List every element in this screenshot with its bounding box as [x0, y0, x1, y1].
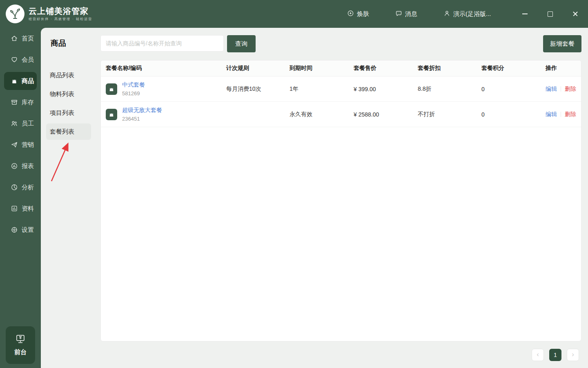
front-desk-button[interactable]: 前台	[6, 326, 35, 364]
main-content: 商品 查询 新增套餐 商品列表 物料列表 项目列表 套餐列表 套餐名称/编码 计…	[41, 28, 588, 368]
sidebar-item-reports[interactable]: 报表	[0, 155, 41, 177]
col-header-expiry: 到期时间	[290, 65, 354, 72]
heart-icon	[11, 56, 18, 63]
col-header-name-code: 套餐名称/编码	[106, 65, 226, 72]
settings-icon	[11, 226, 18, 233]
action-divider	[561, 86, 561, 92]
account-label: 演示(足浴版...	[453, 10, 491, 18]
home-icon	[11, 35, 18, 42]
package-bag-icon	[106, 109, 117, 120]
cashier-monitor-icon	[15, 334, 26, 345]
user-icon	[443, 10, 450, 18]
package-table: 套餐名称/编码 计次规则 到期时间 套餐售价 套餐折扣 套餐积分 操作	[100, 60, 581, 341]
prev-page-button[interactable]: ‹	[532, 349, 544, 361]
package-code: 581269	[122, 90, 145, 96]
col-header-discount: 套餐折扣	[418, 65, 481, 72]
points-cell: 0	[481, 86, 546, 92]
package-code: 236451	[122, 116, 162, 122]
skin-renew-menu-item[interactable]: 焕肤	[347, 10, 369, 18]
pie-chart-icon	[11, 184, 18, 191]
app-window: 云上铺美浴管家 经营好伙伴 · 高效管理 · 轻松运营 焕肤	[0, 0, 588, 368]
sidebar-label-products: 商品	[22, 77, 34, 85]
table-row: 超级无敌大套餐 236451 永久有效 ¥ 2588.00 不打折 0 编辑 删…	[101, 102, 581, 127]
sidebar-label-marketing: 营销	[22, 141, 34, 149]
sidebar-item-marketing[interactable]: 营销	[0, 134, 41, 155]
price-cell: ¥ 399.00	[354, 86, 418, 92]
sidebar-label-members: 会员	[22, 56, 34, 64]
sidebar-label-staff: 员工	[22, 120, 34, 128]
search-button[interactable]: 查询	[227, 35, 256, 52]
page-title: 商品	[51, 38, 66, 49]
skin-renew-label: 焕肤	[357, 10, 369, 18]
bag-icon	[11, 77, 18, 85]
users-icon	[11, 120, 18, 127]
discount-cell: 不打折	[418, 111, 481, 118]
sidebar-item-data[interactable]: 资料	[0, 198, 41, 219]
paper-plane-icon	[11, 141, 18, 148]
page-number-button[interactable]: 1	[549, 349, 561, 361]
expiry-cell: 永久有效	[290, 111, 354, 118]
sidebar-item-analytics[interactable]: 分析	[0, 177, 41, 198]
close-button[interactable]	[572, 11, 579, 17]
front-desk-label: 前台	[14, 348, 27, 356]
sidebar-item-inventory[interactable]: 库存	[0, 92, 41, 113]
top-nav: 焕肤 消息	[347, 0, 491, 28]
delete-link[interactable]: 删除	[565, 111, 576, 118]
sidebar-label-home: 首页	[22, 35, 34, 43]
product-submenu: 商品列表 物料列表 项目列表 套餐列表	[46, 67, 91, 142]
submenu-item-project-list[interactable]: 项目列表	[46, 105, 91, 121]
package-name-link[interactable]: 超级无敌大套餐	[122, 107, 162, 114]
col-header-actions: 操作	[546, 65, 581, 72]
count-rule-cell: 每月消费10次	[226, 85, 290, 93]
maximize-button[interactable]	[547, 11, 553, 17]
app-logo: 云上铺美浴管家 经营好伙伴 · 高效管理 · 轻松运营	[0, 4, 128, 23]
table-row: 中式套餐 581269 每月消费10次 1年 ¥ 399.00 8.8折 0 编…	[101, 76, 581, 102]
package-cell: 中式套餐 581269	[106, 81, 226, 96]
package-name-link[interactable]: 中式套餐	[122, 81, 145, 89]
sidebar-label-inventory: 库存	[22, 99, 34, 106]
sidebar-item-settings[interactable]: 设置	[0, 219, 41, 240]
bar-chart-icon	[11, 205, 18, 212]
sidebar-item-members[interactable]: 会员	[0, 49, 41, 70]
pagination: ‹ 1 ›	[532, 349, 579, 361]
sidebar-label-settings: 设置	[22, 226, 34, 234]
action-divider	[561, 112, 561, 117]
sparkle-icon	[347, 10, 354, 18]
edit-link[interactable]: 编辑	[546, 85, 557, 93]
points-cell: 0	[481, 111, 546, 118]
sidebar-item-home[interactable]: 首页	[0, 28, 41, 49]
package-bag-icon	[106, 83, 117, 95]
sidebar-item-staff[interactable]: 员工	[0, 113, 41, 134]
app-title: 云上铺美浴管家	[29, 7, 92, 16]
discount-cell: 8.8折	[418, 85, 481, 93]
window-controls	[521, 0, 579, 28]
edit-link[interactable]: 编辑	[546, 111, 557, 118]
search-input[interactable]	[100, 35, 224, 52]
report-icon	[11, 162, 18, 170]
account-menu-item[interactable]: 演示(足浴版...	[443, 10, 491, 18]
chat-icon	[395, 10, 402, 18]
top-header: 云上铺美浴管家 经营好伙伴 · 高效管理 · 轻松运营 焕肤	[0, 0, 588, 28]
messages-label: 消息	[405, 10, 417, 18]
delete-link[interactable]: 删除	[565, 85, 576, 93]
table-header-row: 套餐名称/编码 计次规则 到期时间 套餐售价 套餐折扣 套餐积分 操作	[101, 61, 581, 76]
sidebar: 首页 会员 商品 库存	[0, 28, 41, 368]
sidebar-label-analytics: 分析	[22, 184, 34, 191]
submenu-item-product-list[interactable]: 商品列表	[46, 67, 91, 83]
sidebar-label-reports: 报表	[22, 162, 34, 170]
actions-cell: 编辑 删除	[546, 85, 581, 93]
actions-cell: 编辑 删除	[546, 111, 581, 118]
minimize-button[interactable]	[521, 11, 528, 17]
submenu-item-package-list[interactable]: 套餐列表	[46, 123, 91, 140]
package-cell: 超级无敌大套餐 236451	[106, 107, 226, 122]
sidebar-item-products[interactable]: 商品	[4, 72, 37, 90]
submenu-item-material-list[interactable]: 物料列表	[46, 86, 91, 102]
messages-menu-item[interactable]: 消息	[395, 10, 417, 18]
add-package-button[interactable]: 新增套餐	[543, 35, 581, 52]
next-page-button[interactable]: ›	[567, 349, 579, 361]
expiry-cell: 1年	[290, 85, 354, 93]
app-subtitle: 经营好伙伴 · 高效管理 · 轻松运营	[29, 17, 92, 21]
sidebar-label-data: 资料	[22, 205, 34, 213]
col-header-points: 套餐积分	[481, 65, 546, 72]
price-cell: ¥ 2588.00	[354, 111, 418, 118]
